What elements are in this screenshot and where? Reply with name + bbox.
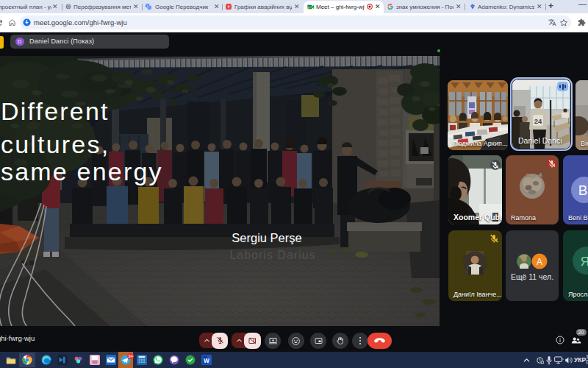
svg-text:文: 文: [146, 4, 149, 7]
svg-text:Я: Я: [581, 255, 588, 269]
svg-text:B: B: [578, 183, 588, 198]
svg-text:A: A: [537, 257, 542, 267]
svg-text:24: 24: [534, 117, 542, 125]
svg-text:W: W: [204, 357, 209, 364]
